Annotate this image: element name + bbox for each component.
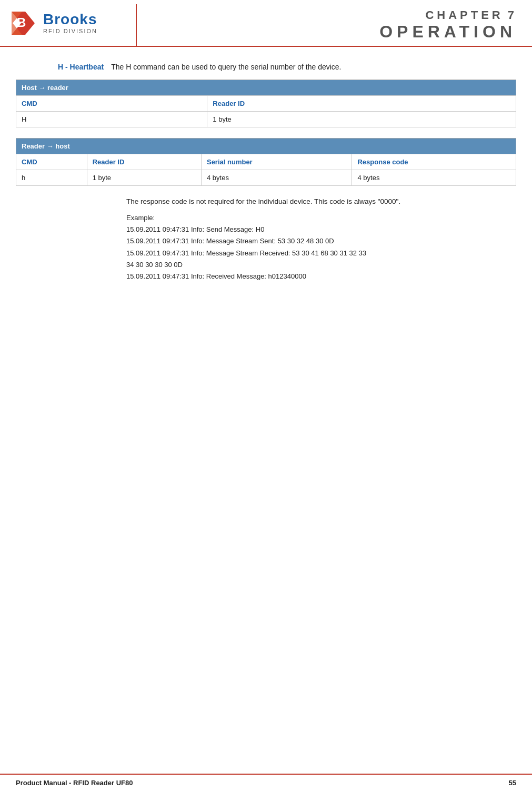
host-reader-cmd-value: H: [16, 112, 207, 127]
reader-host-col-headers: CMD Reader ID Serial number Response cod…: [16, 154, 516, 170]
svg-text:B: B: [17, 15, 26, 29]
company-name: Brooks: [43, 12, 97, 27]
example-label: Example:: [126, 212, 516, 224]
chapter-label: Chapter: [425, 8, 503, 22]
host-reader-header-row: Host → reader: [16, 80, 516, 96]
footer-right: 55: [509, 779, 516, 787]
host-reader-data-row: H 1 byte: [16, 112, 516, 127]
footer-left: Product Manual - RFID Reader UF80: [16, 779, 133, 787]
chapter-number: 7: [508, 8, 516, 22]
reader-host-readerid-value: 1 byte: [87, 170, 201, 186]
reader-host-cmd-value: h: [16, 170, 87, 186]
host-reader-col-reader-id: Reader ID: [207, 96, 516, 112]
section-title: Operation: [379, 22, 516, 42]
heartbeat-intro: H - Heartbeat The H command can be used …: [16, 63, 516, 71]
reader-host-table: Reader → host CMD Reader ID Serial numbe…: [16, 138, 516, 186]
example-line-1: 15.09.2011 09:47:31 Info: Send Message: …: [126, 224, 516, 235]
host-reader-readerid-value: 1 byte: [207, 112, 516, 127]
reader-host-serial-value: 4 bytes: [201, 170, 352, 186]
division-name: RFID DIVISION: [43, 28, 97, 34]
response-code-note: The response code is not required for th…: [126, 196, 516, 207]
heartbeat-description: The H command can be used to query the s…: [111, 63, 341, 71]
example-line-2: 15.09.2011 09:47:31 Info: Message Stream…: [126, 235, 516, 247]
reader-host-data-row: h 1 byte 4 bytes 4 bytes: [16, 170, 516, 186]
logo-area: B Brooks RFID DIVISION: [0, 4, 137, 46]
brooks-logo-icon: B: [11, 9, 38, 37]
heartbeat-label: H - Heartbeat: [58, 63, 104, 71]
reader-host-section: Reader → host CMD Reader ID Serial numbe…: [16, 138, 516, 186]
chapter-line: Chapter 7: [425, 8, 516, 22]
host-reader-col-cmd: CMD: [16, 96, 207, 112]
example-line-3: 15.09.2011 09:47:31 Info: Message Stream…: [126, 248, 516, 259]
reader-host-response-value: 4 bytes: [352, 170, 516, 186]
reader-host-header-row: Reader → host: [16, 139, 516, 154]
host-reader-table: Host → reader CMD Reader ID H 1 byte: [16, 80, 516, 127]
example-block: Example: 15.09.2011 09:47:31 Info: Send …: [126, 212, 516, 282]
host-reader-title: Host → reader: [16, 80, 516, 96]
reader-host-col-response: Response code: [352, 154, 516, 170]
info-section: The response code is not required for th…: [16, 196, 516, 282]
page-footer: Product Manual - RFID Reader UF80 55: [0, 774, 532, 791]
main-content: H - Heartbeat The H command can be used …: [0, 47, 532, 293]
example-line-4: 34 30 30 30 30 0D: [126, 259, 516, 271]
example-line-5: 15.09.2011 09:47:31 Info: Received Messa…: [126, 271, 516, 282]
reader-host-title: Reader → host: [16, 139, 516, 154]
host-reader-section: Host → reader CMD Reader ID H 1 byte: [16, 80, 516, 127]
reader-host-col-reader-id: Reader ID: [87, 154, 201, 170]
host-reader-col-headers: CMD Reader ID: [16, 96, 516, 112]
reader-host-col-serial: Serial number: [201, 154, 352, 170]
reader-host-col-cmd: CMD: [16, 154, 87, 170]
chapter-area: Chapter 7 Operation: [137, 4, 532, 46]
logo-text: Brooks RFID DIVISION: [43, 12, 97, 34]
page-header: B Brooks RFID DIVISION Chapter 7 Operati…: [0, 0, 532, 47]
